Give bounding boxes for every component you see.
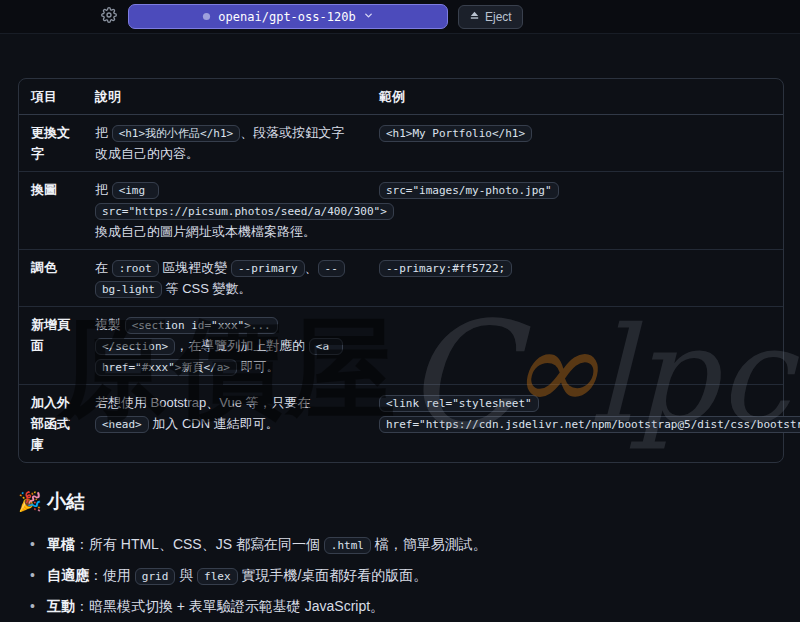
bold-text: 單檔 bbox=[47, 536, 75, 552]
inline-code: grid bbox=[135, 568, 176, 585]
inline-code: flex bbox=[197, 568, 238, 585]
tips-table: 項目 說明 範例 更換文字把 <h1>我的小作品</h1>、段落或按鈕文字改成自… bbox=[18, 78, 784, 463]
bold-text: 互動 bbox=[47, 598, 75, 614]
inline-code: --primary:#ff5722; bbox=[379, 260, 512, 277]
bullet-marker: • bbox=[30, 598, 35, 614]
row-example-cell: <h1>My Portfolio</h1> bbox=[367, 115, 783, 172]
bold-text: 自適應 bbox=[47, 567, 89, 583]
bullet-marker: • bbox=[30, 536, 35, 552]
table-row: 換圖把 <img src="https://picsum.photos/seed… bbox=[19, 172, 783, 250]
table-row: 加入外部函式庫若想使用 Bootstrap、Vue 等，只要在 <head> 加… bbox=[19, 385, 783, 462]
settings-gear-button[interactable] bbox=[99, 7, 119, 27]
eject-icon bbox=[469, 10, 480, 24]
chevron-down-icon bbox=[363, 10, 374, 24]
inline-code: <h1>My Portfolio</h1> bbox=[379, 125, 532, 142]
model-name-label: openai/gpt-oss-120b bbox=[218, 10, 355, 24]
inline-code: <link rel="stylesheet" href="https://cdn… bbox=[379, 395, 800, 433]
column-header-description: 說明 bbox=[83, 79, 367, 115]
row-description-cell: 複製 <section id="xxx">...</section>，在導覽列加… bbox=[83, 307, 367, 385]
inline-code: --primary bbox=[231, 260, 305, 277]
row-description-cell: 在 :root 區塊裡改變 --primary、--bg-light 等 CSS… bbox=[83, 250, 367, 307]
row-example-cell: --primary:#ff5722; bbox=[367, 250, 783, 307]
summary-bullet: •單檔：所有 HTML、CSS、JS 都寫在同一個 .html 檔，簡單易測試。 bbox=[30, 533, 782, 555]
top-bar: openai/gpt-oss-120b Eject bbox=[0, 0, 800, 34]
eject-button[interactable]: Eject bbox=[458, 5, 523, 29]
chat-response-area: 項目 說明 範例 更換文字把 <h1>我的小作品</h1>、段落或按鈕文字改成自… bbox=[0, 78, 800, 622]
row-item-cell: 調色 bbox=[19, 250, 83, 307]
model-status-icon bbox=[202, 10, 211, 24]
gear-icon bbox=[101, 7, 117, 26]
inline-code: <h1>我的小作品</h1> bbox=[112, 125, 241, 142]
bullet-marker: • bbox=[30, 567, 35, 583]
inline-code: :root bbox=[112, 260, 159, 277]
table-row: 新增頁面複製 <section id="xxx">...</section>，在… bbox=[19, 307, 783, 385]
table-row: 調色在 :root 區塊裡改變 --primary、--bg-light 等 C… bbox=[19, 250, 783, 307]
column-header-example: 範例 bbox=[367, 79, 783, 115]
row-description-cell: 若想使用 Bootstrap、Vue 等，只要在 <head> 加入 CDN 連… bbox=[83, 385, 367, 462]
inline-code: <section id="xxx">...</section> bbox=[95, 317, 278, 355]
inline-code: .html bbox=[324, 537, 371, 554]
summary-heading: 🎉 小結 bbox=[18, 489, 782, 515]
row-item-cell: 換圖 bbox=[19, 172, 83, 250]
row-example-cell: <link rel="stylesheet" href="https://cdn… bbox=[367, 385, 783, 462]
row-description-cell: 把 <h1>我的小作品</h1>、段落或按鈕文字改成自己的內容。 bbox=[83, 115, 367, 172]
summary-list: •單檔：所有 HTML、CSS、JS 都寫在同一個 .html 檔，簡單易測試。… bbox=[18, 533, 782, 617]
row-example-cell: src="images/my-photo.jpg" bbox=[367, 172, 783, 250]
summary-bullet: •互動：暗黑模式切換 + 表單驗證示範基礎 JavaScript。 bbox=[30, 595, 782, 617]
model-selector-dropdown[interactable]: openai/gpt-oss-120b bbox=[128, 4, 448, 29]
inline-code: <head> bbox=[95, 416, 149, 433]
row-item-cell: 更換文字 bbox=[19, 115, 83, 172]
column-header-item: 項目 bbox=[19, 79, 83, 115]
row-item-cell: 加入外部函式庫 bbox=[19, 385, 83, 462]
table-header-row: 項目 說明 範例 bbox=[19, 79, 783, 115]
eject-label: Eject bbox=[485, 10, 512, 24]
table-row: 更換文字把 <h1>我的小作品</h1>、段落或按鈕文字改成自己的內容。<h1>… bbox=[19, 115, 783, 172]
row-description-cell: 把 <img src="https://picsum.photos/seed/a… bbox=[83, 172, 367, 250]
inline-code: src="images/my-photo.jpg" bbox=[379, 182, 559, 199]
row-item-cell: 新增頁面 bbox=[19, 307, 83, 385]
row-example-cell bbox=[367, 307, 783, 385]
inline-code: <img src="https://picsum.photos/seed/a/4… bbox=[95, 182, 394, 220]
summary-bullet: •自適應：使用 grid 與 flex 實現手機/桌面都好看的版面。 bbox=[30, 564, 782, 586]
